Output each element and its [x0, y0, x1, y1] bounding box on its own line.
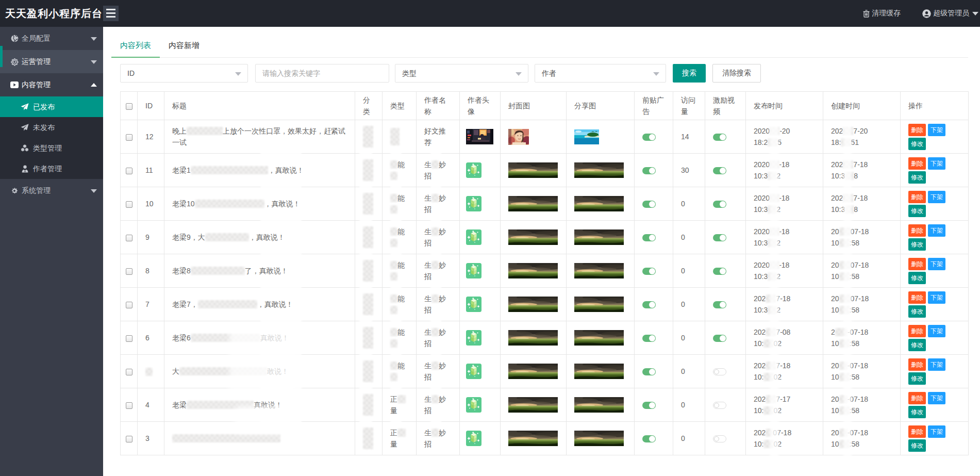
column-header-cover: 封面图 [501, 92, 567, 120]
reward-video-toggle[interactable] [713, 435, 726, 442]
edit-button[interactable]: 修改 [908, 372, 926, 385]
reward-video-toggle[interactable] [713, 368, 726, 375]
delete-button[interactable]: 删除 [908, 224, 926, 237]
censored-blur [205, 233, 249, 241]
censored-blur [390, 339, 397, 348]
preroll-ad-toggle[interactable] [642, 234, 656, 241]
tab-0[interactable]: 内容列表 [111, 36, 160, 58]
row-checkbox[interactable] [126, 268, 132, 275]
field-select[interactable]: ID [120, 64, 248, 83]
sidebar-item-1[interactable]: 运营管理 [0, 50, 103, 73]
select-all-checkbox[interactable] [126, 103, 132, 110]
preroll-ad-toggle[interactable] [642, 134, 656, 141]
edit-button[interactable]: 修改 [908, 439, 926, 452]
edit-button[interactable]: 修改 [908, 305, 926, 318]
takedown-button[interactable]: 下架 [928, 191, 945, 203]
takedown-button[interactable]: 下架 [928, 124, 945, 136]
row-checkbox[interactable] [126, 335, 132, 342]
delete-button[interactable]: 删除 [908, 124, 926, 136]
delete-button[interactable]: 删除 [908, 157, 926, 170]
delete-button[interactable]: 删除 [908, 358, 926, 371]
reward-video-toggle[interactable] [713, 402, 726, 409]
clear-cache-button[interactable]: 清理缓存 [863, 9, 901, 18]
edit-button[interactable]: 修改 [908, 238, 926, 251]
tab-1[interactable]: 内容新增 [160, 36, 208, 58]
censored-blur [145, 368, 153, 376]
censored-blur [390, 227, 397, 236]
sidebar-item-3[interactable]: 系统管理 [0, 179, 103, 202]
censored-blur [839, 306, 850, 314]
sidebar-subitem-未发布[interactable]: 未发布 [0, 117, 103, 138]
preroll-ad-toggle[interactable] [642, 402, 656, 409]
cell-publish-time: 2027-1810:32 [746, 288, 823, 321]
reward-video-toggle[interactable] [713, 301, 726, 308]
cover-image-grass-field [508, 297, 558, 312]
takedown-button[interactable]: 下架 [928, 258, 945, 270]
row-checkbox[interactable] [126, 402, 132, 409]
reward-video-toggle[interactable] [713, 201, 726, 208]
delete-button[interactable]: 删除 [908, 392, 926, 404]
censored-blur [390, 328, 397, 336]
preroll-ad-toggle[interactable] [642, 268, 656, 275]
edit-button[interactable]: 修改 [908, 205, 926, 217]
delete-button[interactable]: 删除 [908, 191, 926, 203]
row-checkbox[interactable] [126, 302, 132, 308]
keyword-input[interactable] [256, 64, 389, 82]
row-checkbox[interactable] [126, 369, 132, 375]
clear-search-button[interactable]: 清除搜索 [712, 64, 761, 83]
cell-share [567, 321, 635, 355]
cell-visits: 0 [673, 388, 705, 422]
cell-author-avatar [460, 355, 501, 388]
preroll-ad-toggle[interactable] [642, 167, 656, 174]
preroll-ad-toggle[interactable] [642, 301, 656, 308]
keyword-input-wrap [255, 64, 389, 83]
cover-image-grass-field [508, 330, 558, 346]
edit-button[interactable]: 修改 [908, 138, 926, 150]
type-select[interactable]: 类型 [395, 64, 528, 83]
reward-video-toggle[interactable] [713, 167, 726, 174]
delete-button[interactable]: 删除 [908, 325, 926, 337]
delete-button[interactable]: 删除 [908, 291, 926, 304]
reward-video-toggle[interactable] [713, 268, 726, 275]
reward-video-toggle[interactable] [713, 234, 726, 241]
edit-button[interactable]: 修改 [908, 171, 926, 184]
takedown-button[interactable]: 下架 [928, 291, 945, 304]
edit-button[interactable]: 修改 [908, 406, 926, 418]
sidebar-subitem-已发布[interactable]: 已发布 [0, 96, 103, 117]
delete-button[interactable]: 删除 [908, 425, 926, 438]
censored-blur [768, 172, 776, 180]
edit-button[interactable]: 修改 [908, 339, 926, 351]
takedown-button[interactable]: 下架 [928, 157, 945, 170]
chevron-down-icon [91, 60, 97, 64]
censored-blur [390, 205, 397, 214]
search-button[interactable]: 搜索 [673, 64, 706, 83]
edit-button[interactable]: 修改 [908, 272, 926, 284]
row-checkbox[interactable] [126, 134, 132, 141]
preroll-ad-toggle[interactable] [642, 201, 656, 208]
cell-author-avatar [460, 321, 501, 355]
takedown-button[interactable]: 下架 [928, 224, 945, 237]
takedown-button[interactable]: 下架 [928, 392, 945, 404]
row-checkbox[interactable] [126, 168, 132, 174]
reward-video-toggle[interactable] [713, 134, 726, 141]
sidebar-collapse-button[interactable] [103, 6, 119, 21]
sidebar-item-2[interactable]: 内容管理 [0, 73, 103, 96]
row-checkbox[interactable] [126, 201, 132, 208]
preroll-ad-toggle[interactable] [642, 435, 656, 442]
author-select[interactable]: 作者 [535, 64, 666, 83]
reward-video-toggle[interactable] [713, 335, 726, 342]
takedown-button[interactable]: 下架 [928, 358, 945, 371]
sidebar-subitem-作者管理[interactable]: 作者管理 [0, 158, 103, 179]
delete-button[interactable]: 删除 [908, 258, 926, 270]
gear-outline-icon [10, 50, 19, 73]
admin-menu[interactable]: 超级管理员 [922, 9, 978, 18]
preroll-ad-toggle[interactable] [642, 335, 656, 342]
row-checkbox[interactable] [126, 235, 132, 241]
cell-create-time: 2007-1810:58 [823, 288, 901, 321]
takedown-button[interactable]: 下架 [928, 425, 945, 438]
row-checkbox[interactable] [126, 436, 132, 442]
preroll-ad-toggle[interactable] [642, 368, 656, 375]
sidebar-item-0[interactable]: 全局配置 [0, 27, 103, 50]
sidebar-subitem-类型管理[interactable]: 类型管理 [0, 138, 103, 158]
takedown-button[interactable]: 下架 [928, 325, 945, 337]
